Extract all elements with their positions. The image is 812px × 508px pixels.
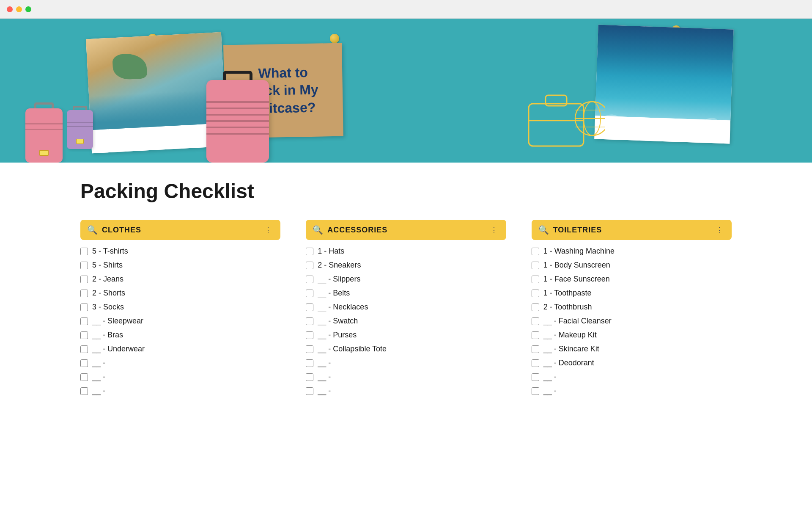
list-item: __ -	[80, 373, 280, 381]
list-item: __ - Slippers	[306, 275, 506, 284]
checkbox-accessories-5[interactable]	[306, 318, 313, 325]
checkbox-toiletries-0[interactable]	[532, 248, 539, 255]
list-item: 1 - Body Sunscreen	[532, 261, 732, 270]
checkbox-accessories-10[interactable]	[306, 387, 313, 395]
item-label: 2 - Shorts	[92, 289, 125, 298]
checkbox-clothes-0[interactable]	[80, 248, 88, 255]
minimize-button[interactable]	[16, 6, 22, 12]
checkbox-toiletries-2[interactable]	[532, 276, 539, 283]
item-label: __ - Necklaces	[318, 303, 368, 312]
item-label: __ -	[543, 373, 557, 381]
suitcase-center	[206, 80, 269, 163]
item-label: __ - Swatch	[318, 317, 358, 326]
item-label: __ -	[318, 373, 331, 381]
page-title: Packing Checklist	[80, 179, 732, 203]
checkbox-clothes-1[interactable]	[80, 262, 88, 269]
list-item: 5 - Shirts	[80, 261, 280, 270]
item-label: __ -	[543, 387, 557, 395]
category-title-toiletries: TOILETRIES	[553, 226, 710, 235]
checkbox-toiletries-5[interactable]	[532, 318, 539, 325]
item-label: 3 - Socks	[92, 303, 124, 312]
checkbox-toiletries-6[interactable]	[532, 331, 539, 339]
polaroid-photo-left	[86, 32, 227, 153]
checklist-clothes: 5 - T-shirts5 - Shirts2 - Jeans2 - Short…	[80, 247, 280, 395]
checkbox-toiletries-8[interactable]	[532, 359, 539, 367]
list-item: __ -	[306, 387, 506, 395]
checkbox-accessories-2[interactable]	[306, 276, 313, 283]
category-header-clothes: 🔍CLOTHES⋮	[80, 220, 280, 240]
list-item: __ -	[532, 373, 732, 381]
item-label: __ - Skincare Kit	[543, 345, 599, 353]
item-label: __ - Purses	[318, 331, 357, 340]
item-label: __ - Slippers	[318, 275, 360, 284]
item-label: __ - Belts	[318, 289, 350, 298]
category-menu-clothes[interactable]: ⋮	[263, 225, 274, 235]
checkbox-clothes-5[interactable]	[80, 318, 88, 325]
checkbox-clothes-9[interactable]	[80, 373, 88, 381]
search-icon[interactable]: 🔍	[87, 225, 98, 235]
list-item: __ -	[306, 359, 506, 367]
category-title-accessories: ACCESSORIES	[327, 226, 484, 235]
list-item: 2 - Shorts	[80, 289, 280, 298]
checkbox-clothes-4[interactable]	[80, 304, 88, 311]
list-item: 1 - Face Sunscreen	[532, 275, 732, 284]
close-button[interactable]	[7, 6, 13, 12]
list-item: __ -	[306, 373, 506, 381]
maximize-button[interactable]	[25, 6, 31, 12]
checkbox-toiletries-7[interactable]	[532, 345, 539, 353]
category-menu-toiletries[interactable]: ⋮	[714, 225, 725, 235]
category-menu-accessories[interactable]: ⋮	[488, 225, 499, 235]
checkbox-toiletries-4[interactable]	[532, 304, 539, 311]
checklist-accessories: 1 - Hats2 - Sneakers__ - Slippers__ - Be…	[306, 247, 506, 395]
search-icon[interactable]: 🔍	[538, 225, 549, 235]
checkbox-clothes-7[interactable]	[80, 345, 88, 353]
suitcases-group-left	[25, 108, 93, 163]
search-icon[interactable]: 🔍	[313, 225, 323, 235]
list-item: __ - Bras	[80, 331, 280, 340]
item-label: __ - Makeup Kit	[543, 331, 597, 340]
checkbox-toiletries-9[interactable]	[532, 373, 539, 381]
list-item: 5 - T-shirts	[80, 247, 280, 256]
checkbox-toiletries-3[interactable]	[532, 290, 539, 297]
item-label: __ -	[92, 387, 105, 395]
category-header-accessories: 🔍ACCESSORIES⋮	[306, 220, 506, 240]
list-item: 2 - Toothbrush	[532, 303, 732, 312]
titlebar	[0, 0, 812, 19]
polaroid-photo-right	[594, 25, 733, 144]
list-item: __ - Skincare Kit	[532, 345, 732, 353]
main-content: Packing Checklist 🔍CLOTHES⋮5 - T-shirts5…	[47, 163, 765, 421]
checkbox-accessories-3[interactable]	[306, 290, 313, 297]
list-item: __ -	[80, 387, 280, 395]
checkbox-accessories-8[interactable]	[306, 359, 313, 367]
item-label: __ -	[318, 387, 331, 395]
column-clothes: 🔍CLOTHES⋮5 - T-shirts5 - Shirts2 - Jeans…	[80, 220, 280, 395]
checkbox-clothes-10[interactable]	[80, 387, 88, 395]
checkbox-accessories-0[interactable]	[306, 248, 313, 255]
checkbox-toiletries-1[interactable]	[532, 262, 539, 269]
list-item: __ - Necklaces	[306, 303, 506, 312]
item-label: 2 - Sneakers	[318, 261, 361, 270]
checkbox-clothes-8[interactable]	[80, 359, 88, 367]
checkbox-accessories-4[interactable]	[306, 304, 313, 311]
list-item: __ - Swatch	[306, 317, 506, 326]
item-label: __ - Deodorant	[543, 359, 594, 367]
checkbox-clothes-2[interactable]	[80, 276, 88, 283]
list-item: 2 - Sneakers	[306, 261, 506, 270]
list-item: __ - Collapsible Tote	[306, 345, 506, 353]
list-item: __ - Facial Cleanser	[532, 317, 732, 326]
list-item: __ - Makeup Kit	[532, 331, 732, 340]
list-item: __ -	[532, 387, 732, 395]
column-toiletries: 🔍TOILETRIES⋮1 - Washing Machine1 - Body …	[532, 220, 732, 395]
item-label: __ - Sleepwear	[92, 317, 143, 326]
column-accessories: 🔍ACCESSORIES⋮1 - Hats2 - Sneakers__ - Sl…	[306, 220, 506, 395]
checkbox-clothes-3[interactable]	[80, 290, 88, 297]
wire-luggage-decoration	[520, 89, 605, 158]
item-label: __ -	[318, 359, 331, 367]
checkbox-accessories-9[interactable]	[306, 373, 313, 381]
list-item: __ - Deodorant	[532, 359, 732, 367]
checkbox-accessories-6[interactable]	[306, 331, 313, 339]
checkbox-clothes-6[interactable]	[80, 331, 88, 339]
checkbox-accessories-7[interactable]	[306, 345, 313, 353]
checkbox-toiletries-10[interactable]	[532, 387, 539, 395]
checkbox-accessories-1[interactable]	[306, 262, 313, 269]
